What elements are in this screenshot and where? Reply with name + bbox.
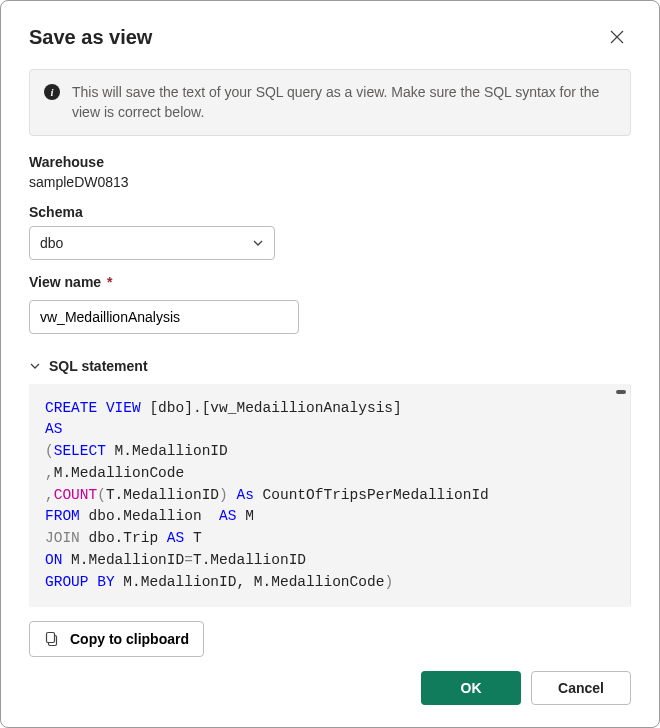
chevron-down-icon (29, 360, 41, 372)
cancel-button[interactable]: Cancel (531, 671, 631, 705)
chevron-down-icon (252, 237, 264, 249)
dialog-title: Save as view (29, 26, 152, 49)
view-name-input[interactable] (29, 300, 299, 334)
sql-statement-label: SQL statement (49, 358, 148, 374)
ok-button[interactable]: OK (421, 671, 521, 705)
close-button[interactable] (603, 23, 631, 51)
copy-to-clipboard-button[interactable]: Copy to clipboard (29, 621, 204, 657)
schema-field: Schema dbo (29, 204, 631, 260)
warehouse-value: sampleDW0813 (29, 174, 631, 190)
info-icon: i (44, 84, 60, 100)
save-as-view-dialog: Save as view i This will save the text o… (0, 0, 660, 728)
sql-statement-box[interactable]: CREATE VIEW [dbo].[vw_MedaillionAnalysis… (29, 384, 631, 607)
view-name-field: View name * (29, 274, 631, 334)
view-name-label: View name * (29, 274, 631, 290)
warehouse-field: Warehouse sampleDW0813 (29, 154, 631, 190)
copy-row: Copy to clipboard (29, 621, 631, 657)
copy-button-label: Copy to clipboard (70, 631, 189, 647)
schema-label: Schema (29, 204, 631, 220)
schema-selected-value: dbo (40, 235, 63, 251)
schema-select[interactable]: dbo (29, 226, 275, 260)
scrollbar-thumb[interactable] (616, 390, 626, 394)
warehouse-label: Warehouse (29, 154, 631, 170)
copy-icon (44, 631, 60, 647)
close-icon (609, 29, 625, 45)
sql-statement-expander[interactable]: SQL statement (29, 358, 631, 374)
dialog-header: Save as view (29, 23, 631, 51)
svg-rect-1 (47, 633, 55, 643)
required-asterisk: * (103, 274, 112, 290)
dialog-footer: OK Cancel (29, 657, 631, 705)
info-text: This will save the text of your SQL quer… (72, 82, 616, 123)
info-bar: i This will save the text of your SQL qu… (29, 69, 631, 136)
